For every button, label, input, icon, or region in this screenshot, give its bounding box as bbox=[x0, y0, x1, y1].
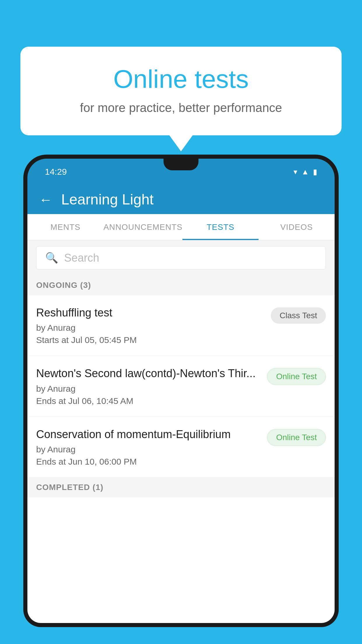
search-icon: 🔍 bbox=[45, 252, 58, 264]
speech-bubble-arrow bbox=[169, 135, 193, 151]
battery-icon: ▮ bbox=[313, 167, 317, 176]
test-author-2: by Anurag bbox=[36, 384, 261, 394]
test-name-3: Conservation of momentum-Equilibrium bbox=[36, 427, 261, 442]
phone-notch bbox=[164, 159, 198, 170]
search-bar[interactable]: 🔍 Search bbox=[36, 246, 326, 270]
search-container: 🔍 Search bbox=[27, 240, 335, 275]
test-name-1: Reshuffling test bbox=[36, 306, 265, 320]
test-item-2[interactable]: Newton's Second law(contd)-Newton's Thir… bbox=[27, 356, 335, 416]
test-author-1: by Anurag bbox=[36, 323, 265, 333]
test-name-2: Newton's Second law(contd)-Newton's Thir… bbox=[36, 366, 261, 381]
app-header: ← Learning Light bbox=[27, 185, 335, 214]
tab-ments[interactable]: MENTS bbox=[27, 214, 103, 240]
test-date-2: Ends at Jul 06, 10:45 AM bbox=[36, 396, 261, 406]
test-author-3: by Anurag bbox=[36, 444, 261, 454]
phone-inner: 14:29 ▾ ▲ ▮ ← Learning Light MENTS bbox=[27, 159, 335, 623]
status-time: 14:29 bbox=[45, 167, 67, 177]
test-badge-3: Online Test bbox=[267, 429, 326, 446]
status-bar: 14:29 ▾ ▲ ▮ bbox=[27, 159, 335, 185]
test-item-3[interactable]: Conservation of momentum-Equilibrium by … bbox=[27, 417, 335, 477]
phone-container: 14:29 ▾ ▲ ▮ ← Learning Light MENTS bbox=[23, 155, 339, 644]
status-icons: ▾ ▲ ▮ bbox=[294, 167, 317, 176]
completed-section-label: COMPLETED (1) bbox=[27, 477, 335, 497]
test-date-3: Ends at Jun 10, 06:00 PM bbox=[36, 457, 261, 467]
ongoing-section-label: ONGOING (3) bbox=[27, 275, 335, 295]
test-badge-2: Online Test bbox=[267, 368, 326, 385]
tab-announcements[interactable]: ANNOUNCEMENTS bbox=[103, 214, 182, 240]
wifi-icon: ▾ bbox=[294, 167, 297, 176]
back-button[interactable]: ← bbox=[39, 192, 52, 207]
search-placeholder: Search bbox=[64, 252, 99, 264]
tabs-container: MENTS ANNOUNCEMENTS TESTS VIDEOS bbox=[27, 214, 335, 240]
speech-bubble: Online tests for more practice, better p… bbox=[20, 47, 342, 135]
speech-bubble-subtitle: for more practice, better performance bbox=[44, 101, 318, 115]
tab-videos[interactable]: VIDEOS bbox=[259, 214, 335, 240]
app-title: Learning Light bbox=[61, 191, 154, 208]
signal-icon: ▲ bbox=[301, 167, 309, 176]
test-list: Reshuffling test by Anurag Starts at Jul… bbox=[27, 295, 335, 477]
test-info-2: Newton's Second law(contd)-Newton's Thir… bbox=[36, 366, 267, 406]
test-date-1: Starts at Jul 05, 05:45 PM bbox=[36, 335, 265, 345]
test-item[interactable]: Reshuffling test by Anurag Starts at Jul… bbox=[27, 295, 335, 356]
test-info-1: Reshuffling test by Anurag Starts at Jul… bbox=[36, 306, 271, 345]
phone-screen: MENTS ANNOUNCEMENTS TESTS VIDEOS 🔍 bbox=[27, 214, 335, 623]
phone-frame: 14:29 ▾ ▲ ▮ ← Learning Light MENTS bbox=[23, 155, 339, 627]
tab-tests[interactable]: TESTS bbox=[182, 214, 259, 240]
test-badge-1: Class Test bbox=[271, 307, 326, 324]
test-info-3: Conservation of momentum-Equilibrium by … bbox=[36, 427, 267, 467]
speech-bubble-container: Online tests for more practice, better p… bbox=[20, 47, 342, 151]
speech-bubble-title: Online tests bbox=[44, 64, 318, 94]
